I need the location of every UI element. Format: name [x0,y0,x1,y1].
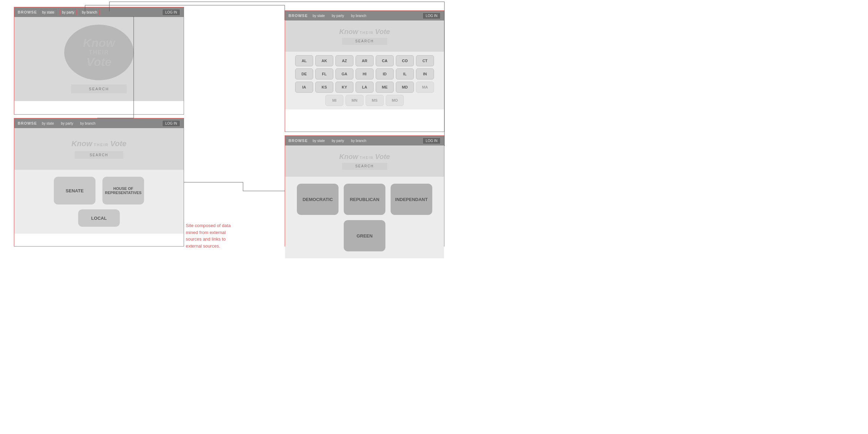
branch-hero: Know THEIR Vote [14,128,184,170]
state-CT[interactable]: CT [416,55,434,66]
state-MD[interactable]: MD [396,82,414,93]
party-hero: Know THEIR Vote [285,145,444,177]
branch-content: SENATE HOUSE OF REPRESENTATIVES LOCAL [14,170,184,234]
branch-by-state[interactable]: by state [40,121,56,126]
hero-area: Know THEIR Vote [14,17,184,101]
green-button[interactable]: GREEN [344,220,385,251]
annotation-text: Site composed of data mined from externa… [186,222,241,249]
state-by-state[interactable]: by state [311,13,327,18]
party-content: DEMOCRATIC REPUBLICAN INDEPENDANT GREEN [285,177,444,258]
by-branch-link[interactable]: by branch [80,9,100,15]
state-KS[interactable]: KS [315,82,333,93]
party-by-branch[interactable]: by branch [349,138,368,143]
state-AZ[interactable]: AZ [335,55,353,66]
state-IL[interactable]: IL [396,68,414,80]
party-logo-their: THEIR [360,156,374,160]
party-login[interactable]: LOG IN [423,137,441,144]
state-IN[interactable]: IN [416,68,434,80]
state-logo-their: THEIR [360,31,374,35]
state-GA[interactable]: GA [335,68,353,80]
state-grid: AL AK AZ AR CA CO CT DE FL GA HI ID IL I… [285,52,444,109]
state-hero: Know THEIR Vote [285,20,444,52]
logo-their: THEIR [83,49,115,56]
state-search-input[interactable] [342,38,387,45]
browse-label: BROWSE [18,10,37,14]
main-hero-box: BROWSE by state by party by branch LOG I… [14,7,184,115]
state-browse-label: BROWSE [289,14,308,18]
branch-search-input[interactable] [75,151,123,159]
main-nav: BROWSE by state by party by branch LOG I… [14,7,184,17]
state-MO[interactable]: MO [386,95,404,106]
branch-browse-label: BROWSE [18,121,37,125]
state-logo-know: Know [339,28,358,35]
state-AR[interactable]: AR [356,55,374,66]
state-MI[interactable]: MI [325,95,343,106]
state-CO[interactable]: CO [396,55,414,66]
state-MN[interactable]: MN [345,95,364,106]
state-ME[interactable]: ME [376,82,394,93]
branch-logo-their: THEIR [94,143,109,147]
senate-button[interactable]: SENATE [54,177,95,205]
state-DE[interactable]: DE [295,68,313,80]
logo-oval: Know THEIR Vote [64,25,134,80]
branch-logo-vote: Vote [110,139,126,148]
democratic-button[interactable]: DEMOCRATIC [297,184,339,215]
party-browse-box: BROWSE by state by party by branch LOG I… [285,135,444,247]
local-button[interactable]: LOCAL [78,209,120,227]
party-by-state[interactable]: by state [311,138,327,143]
party-by-party[interactable]: by party [330,138,347,143]
party-search-input[interactable] [342,163,387,170]
state-AL[interactable]: AL [295,55,313,66]
house-button[interactable]: HOUSE OF REPRESENTATIVES [102,177,144,205]
republican-button[interactable]: REPUBLICAN [344,184,385,215]
login-button[interactable]: LOG IN [162,9,180,16]
logo-know: Know [83,36,115,49]
branch-by-branch[interactable]: by branch [78,121,98,126]
state-by-party[interactable]: by party [330,13,347,18]
state-CA[interactable]: CA [376,55,394,66]
state-LA[interactable]: LA [356,82,374,93]
branch-box: BROWSE by state by party by branch LOG I… [14,118,184,247]
by-party-link[interactable]: by party [60,9,77,15]
independant-button[interactable]: INDEPENDANT [391,184,432,215]
state-by-branch[interactable]: by branch [349,13,368,18]
main-search-input[interactable] [71,84,127,93]
state-logo-vote: Vote [375,28,390,35]
branch-login[interactable]: LOG IN [162,120,180,127]
state-ID[interactable]: ID [376,68,394,80]
state-FL[interactable]: FL [315,68,333,80]
party-logo-know: Know [339,153,358,160]
state-IA[interactable]: IA [295,82,313,93]
party-nav: BROWSE by state by party by branch LOG I… [285,136,444,145]
party-browse-label: BROWSE [289,139,308,143]
state-MA[interactable]: MA [416,82,434,93]
logo-vote: Vote [83,56,115,68]
party-logo-vote: Vote [375,153,390,160]
branch-nav: BROWSE by state by party by branch LOG I… [14,118,184,128]
state-nav: BROWSE by state by party by branch LOG I… [285,11,444,20]
state-HI[interactable]: HI [356,68,374,80]
state-browse-box: BROWSE by state by party by branch LOG I… [285,10,444,132]
state-login[interactable]: LOG IN [423,12,441,19]
state-KY[interactable]: KY [335,82,353,93]
branch-by-party[interactable]: by party [59,121,76,126]
by-state-link[interactable]: by state [40,9,57,15]
branch-logo-know: Know [72,139,92,148]
state-MS[interactable]: MS [366,95,384,106]
state-AK[interactable]: AK [315,55,333,66]
